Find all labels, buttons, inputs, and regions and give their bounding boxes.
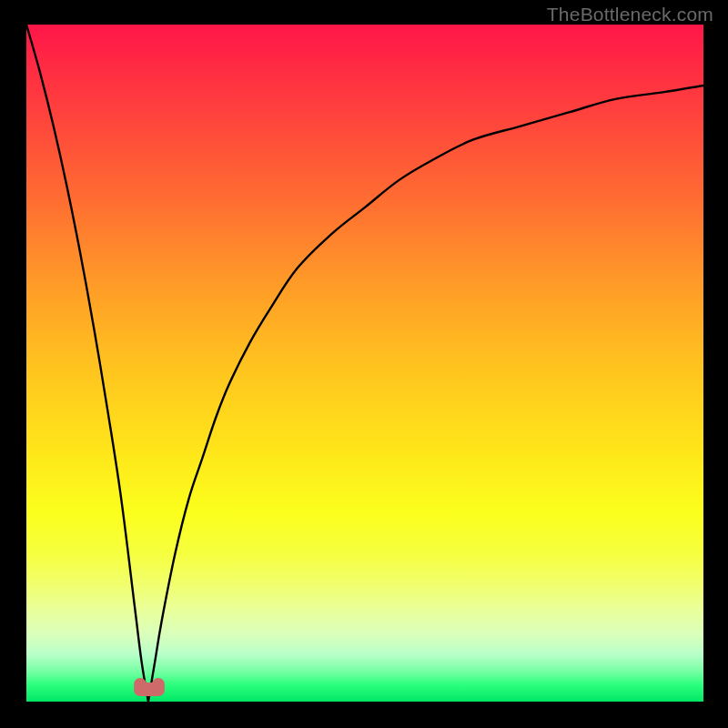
marker-bar xyxy=(134,682,165,696)
chart-plot-area xyxy=(26,25,703,702)
watermark-text: TheBottleneck.com xyxy=(547,4,713,25)
bottleneck-curve xyxy=(26,25,703,702)
curve-right-branch xyxy=(148,86,703,702)
curve-left-branch xyxy=(26,25,148,702)
